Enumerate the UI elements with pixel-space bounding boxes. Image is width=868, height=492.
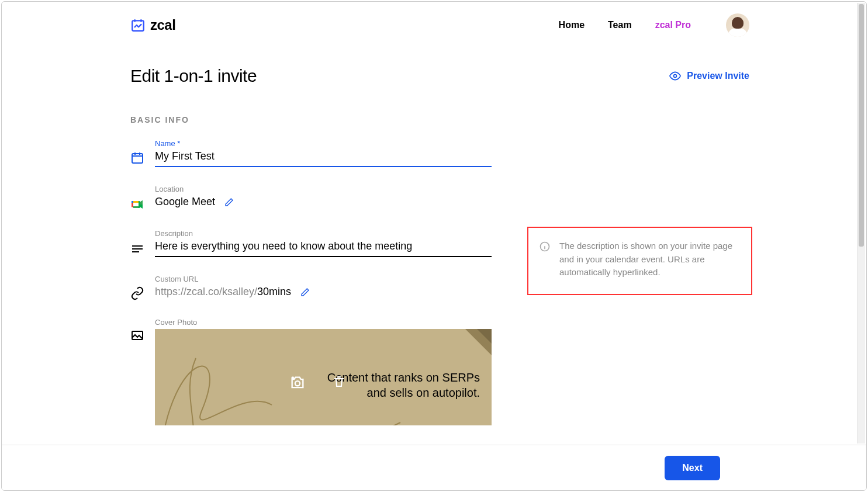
image-icon: [130, 328, 144, 342]
text-lines-icon: [130, 242, 144, 256]
header: zcal Home Team zcal Pro: [2, 2, 866, 48]
delete-photo-icon[interactable]: [332, 375, 346, 389]
description-input[interactable]: [155, 240, 492, 252]
calendar-icon: [130, 151, 144, 165]
custom-url-prefix: https://zcal.co/ksalley/: [155, 286, 257, 297]
edit-url-icon[interactable]: [300, 287, 310, 297]
nav-pro[interactable]: zcal Pro: [655, 20, 691, 30]
footer-bar: Next: [2, 445, 866, 490]
location-label: Location: [155, 185, 492, 193]
svg-rect-2: [132, 154, 143, 163]
name-label: Name *: [155, 139, 492, 148]
cover-photo-label: Cover Photo: [155, 318, 492, 327]
description-info-callout: The description is shown on your invite …: [527, 227, 752, 295]
preview-invite-link[interactable]: Preview Invite: [669, 70, 749, 82]
location-value: Google Meet: [155, 196, 215, 208]
avatar[interactable]: [726, 13, 749, 37]
page-title: Edit 1-on-1 invite: [130, 66, 257, 86]
logo[interactable]: zcal: [130, 17, 175, 33]
name-input[interactable]: [155, 150, 492, 162]
field-name: Name *: [130, 139, 749, 167]
scrollbar-thumb[interactable]: [859, 4, 864, 247]
title-row: Edit 1-on-1 invite Preview Invite: [130, 66, 749, 86]
cover-tagline: Content that ranks on SERPs and sells on…: [327, 370, 480, 400]
svg-point-5: [295, 381, 300, 386]
svg-point-1: [674, 75, 677, 78]
nav-team[interactable]: Team: [608, 20, 632, 30]
field-location: Location Google Meet: [130, 185, 749, 212]
description-label: Description: [155, 229, 492, 238]
section-basic-info: BASIC INFO: [130, 115, 749, 124]
custom-url-label: Custom URL: [155, 275, 492, 283]
upload-photo-icon[interactable]: [289, 375, 306, 391]
custom-url-slug: 30mins: [257, 286, 291, 297]
field-cover-photo: Cover Photo Content that ranks on SERPs …: [130, 318, 749, 425]
logo-text: zcal: [150, 17, 175, 33]
info-icon: [539, 241, 551, 252]
preview-invite-label: Preview Invite: [687, 71, 749, 81]
logo-calendar-icon: [130, 18, 146, 33]
link-icon: [130, 286, 144, 300]
scrollbar[interactable]: [857, 3, 865, 444]
nav-home[interactable]: Home: [559, 20, 585, 30]
eye-icon: [669, 70, 681, 82]
next-button[interactable]: Next: [665, 456, 720, 480]
app-window: zcal Home Team zcal Pro Edit 1-on-1 invi…: [1, 1, 867, 491]
google-meet-icon: [130, 198, 144, 212]
info-callout-text: The description is shown on your invite …: [559, 240, 741, 279]
edit-location-icon[interactable]: [224, 198, 234, 207]
cover-photo[interactable]: Content that ranks on SERPs and sells on…: [155, 329, 492, 425]
